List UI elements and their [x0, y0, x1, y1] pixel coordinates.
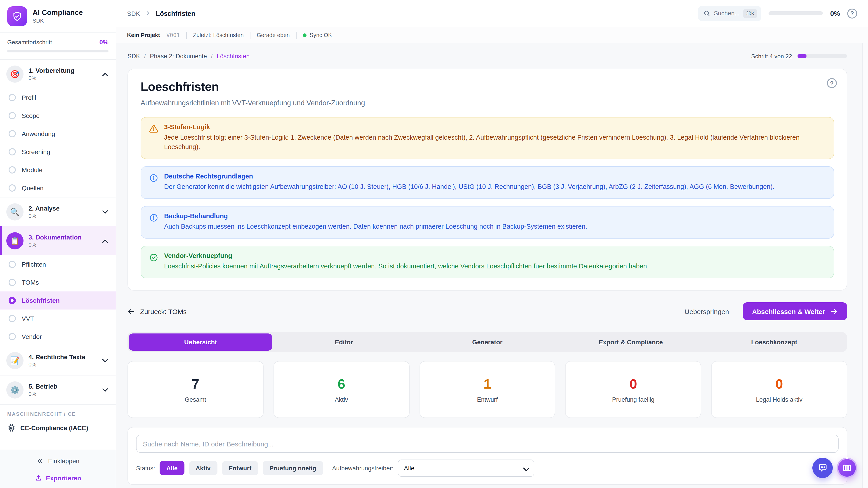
- sidebar-item-pflichten[interactable]: Pflichten: [0, 255, 116, 273]
- tab-uebersicht[interactable]: Uebersicht: [129, 333, 272, 351]
- help-icon[interactable]: ?: [827, 78, 837, 88]
- last-saved-time: Gerade eben: [257, 32, 290, 38]
- status-chip-pruefung-noetig[interactable]: Pruefung noetig: [263, 461, 323, 475]
- app-title: AI Compliance: [33, 8, 83, 17]
- sidebar-item-quellen[interactable]: Quellen: [0, 179, 116, 197]
- section-title: 4. Rechtliche Texte: [29, 353, 98, 361]
- upload-icon: [35, 475, 42, 482]
- app-identity: AI Compliance SDK: [33, 8, 83, 24]
- stats-row: 7 Gesamt 6 Aktiv 1 Entwurf 0 Pruefung fa…: [127, 361, 847, 418]
- breadcrumb-root-link[interactable]: SDK: [127, 10, 140, 17]
- policy-search-input[interactable]: [136, 435, 839, 453]
- sidebar-section-header-vorbereitung[interactable]: 🎯 1. Vorbereitung 0%: [0, 60, 116, 89]
- divider: [250, 31, 250, 39]
- sidebar: AI Compliance SDK Gesamtfortschritt 0% 🎯…: [0, 0, 116, 488]
- export-button[interactable]: Exportieren: [35, 475, 81, 482]
- breadcrumb-separator: /: [211, 53, 213, 59]
- stat-label: Entwurf: [477, 396, 498, 403]
- breadcrumb-current: Löschfristen: [156, 10, 195, 17]
- scrollbar-gutter[interactable]: [862, 43, 868, 488]
- version-badge: V001: [166, 32, 180, 38]
- sidebar-item-screening[interactable]: Screening: [0, 143, 116, 161]
- help-icon[interactable]: ?: [847, 8, 857, 18]
- global-search-button[interactable]: Suchen... ⌘K: [698, 6, 761, 21]
- driver-select[interactable]: Alle: [398, 459, 535, 477]
- stat-card-legal-holds: 0 Legal Holds aktiv: [711, 361, 847, 418]
- breadcrumb-phase-link[interactable]: Phase 2: Dokumente: [150, 53, 207, 59]
- tab-loeschkonzept[interactable]: Loeschkonzept: [703, 333, 846, 351]
- sidebar-section-header-rechtliche-texte[interactable]: 📝 4. Rechtliche Texte 0%: [0, 346, 116, 375]
- page-content: SDK / Phase 2: Dokumente / Löschfristen …: [116, 43, 868, 488]
- sidebar-item-label: TOMs: [22, 279, 39, 286]
- columns-icon: [842, 463, 852, 473]
- stat-label: Pruefung faellig: [612, 396, 655, 403]
- app-subtitle: SDK: [33, 18, 83, 24]
- sidebar-item-anwendung[interactable]: Anwendung: [0, 125, 116, 143]
- sidebar-item-vendor[interactable]: Vendor: [0, 328, 116, 346]
- step-progress: Schritt 4 von 22: [751, 53, 847, 59]
- breadcrumb-separator: /: [144, 53, 146, 59]
- status-filter-label: Status:: [136, 465, 155, 471]
- finish-next-button[interactable]: Abschliessen & Weiter: [743, 302, 847, 320]
- wizard-nav-row: Zurueck: TOMs Ueberspringen Abschliessen…: [127, 302, 847, 320]
- status-chip-alle[interactable]: Alle: [160, 461, 184, 475]
- sidebar-item-label: CE-Compliance (IACE): [20, 424, 88, 431]
- stat-card-entwurf: 1 Entwurf: [419, 361, 555, 418]
- alert-title: 3-Stufen-Logik: [164, 123, 826, 131]
- alert-body: Jede Loeschfrist folgt einer 3-Stufen-Lo…: [164, 133, 826, 152]
- radio-icon: [8, 112, 16, 119]
- radio-icon: [8, 94, 16, 101]
- alert-title: Vendor-Verknuepfung: [164, 252, 649, 259]
- sync-status: Sync OK: [303, 32, 332, 38]
- sidebar-section-analyse: 🔍 2. Analyse 0%: [0, 197, 116, 226]
- sidebar-section-header-betrieb[interactable]: ⚙️ 5. Betrieb 0%: [0, 376, 116, 404]
- section-title: 5. Betrieb: [29, 383, 98, 390]
- section-percent: 0%: [29, 242, 98, 248]
- stat-label: Gesamt: [185, 396, 206, 403]
- panel-toggle-fab-button[interactable]: [837, 458, 857, 478]
- sidebar-item-scope[interactable]: Scope: [0, 107, 116, 125]
- stat-value: 0: [629, 376, 637, 392]
- chevron-right-icon: [145, 10, 151, 17]
- breadcrumb-root-link[interactable]: SDK: [127, 53, 140, 59]
- breadcrumb-row: SDK / Phase 2: Dokumente / Löschfristen …: [127, 50, 847, 62]
- topbar: SDK Löschfristen Suchen... ⌘K 0% ?: [116, 0, 868, 27]
- group-header: MASCHINENRECHT / CE: [0, 405, 116, 420]
- sidebar-item-label: Scope: [22, 112, 39, 119]
- sidebar-item-vvt[interactable]: VVT: [0, 310, 116, 328]
- section-title: 1. Vorbereitung: [29, 67, 98, 74]
- status-bar: Kein Projekt V001 Zuletzt: Löschfristen …: [116, 27, 868, 43]
- sidebar-item-profil[interactable]: Profil: [0, 89, 116, 107]
- info-circle-icon: [149, 173, 158, 183]
- section-percent: 0%: [29, 75, 98, 81]
- overall-progress-bar: [7, 50, 108, 53]
- sidebar-header: AI Compliance SDK: [0, 0, 116, 33]
- check-circle-icon: [149, 253, 158, 262]
- radio-icon: [8, 261, 16, 268]
- back-button[interactable]: Zurueck: TOMs: [127, 307, 187, 315]
- chat-fab-button[interactable]: [812, 458, 833, 478]
- sidebar-item-toms[interactable]: TOMs: [0, 273, 116, 291]
- sidebar-item-module[interactable]: Module: [0, 161, 116, 179]
- sidebar-item-loeschfristen[interactable]: Löschfristen: [0, 291, 116, 310]
- sidebar-section-header-dokumentation[interactable]: 📋 3. Dokumentation 0%: [0, 226, 116, 255]
- chevron-down-icon: [102, 386, 108, 392]
- sync-status-label: Sync OK: [310, 32, 332, 38]
- skip-button[interactable]: Ueberspringen: [684, 307, 729, 315]
- tab-editor[interactable]: Editor: [272, 333, 415, 351]
- topbar-right: Suchen... ⌘K 0% ?: [698, 6, 857, 21]
- sidebar-item-label: Pflichten: [22, 261, 46, 268]
- tab-export-compliance[interactable]: Export & Compliance: [559, 333, 702, 351]
- sidebar-section-vorbereitung: 🎯 1. Vorbereitung 0% Profil Scope Anwend…: [0, 60, 116, 197]
- breadcrumb-current: Löschfristen: [217, 53, 250, 59]
- sidebar-section-header-analyse[interactable]: 🔍 2. Analyse 0%: [0, 197, 116, 226]
- search-label: Suchen...: [714, 10, 740, 17]
- topbar-breadcrumb: SDK Löschfristen: [127, 10, 195, 17]
- alert-body: Loeschfrist-Policies koennen mit Auftrag…: [164, 262, 649, 271]
- tab-generator[interactable]: Generator: [416, 333, 559, 351]
- collapse-sidebar-button[interactable]: Einklappen: [36, 457, 80, 464]
- status-chip-aktiv[interactable]: Aktiv: [189, 461, 217, 475]
- sidebar-item-ce-compliance[interactable]: CE-Compliance (IACE): [0, 420, 116, 438]
- status-chip-entwurf[interactable]: Entwurf: [222, 461, 258, 475]
- app-root: AI Compliance SDK Gesamtfortschritt 0% 🎯…: [0, 0, 868, 488]
